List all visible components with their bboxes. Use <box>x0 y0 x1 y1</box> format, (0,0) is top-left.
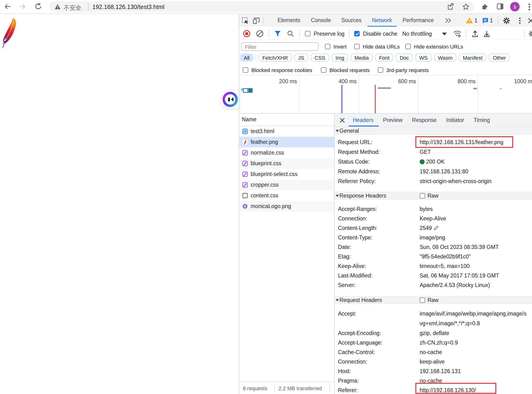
console-message-count[interactable]: 1 <box>490 18 493 23</box>
hide-extension-urls-checkbox[interactable] <box>405 44 411 49</box>
css-file-icon <box>242 161 248 166</box>
request-row-normalize.css[interactable]: normalize.css <box>239 147 334 158</box>
export-har-icon[interactable] <box>483 30 490 37</box>
filter-chip-all[interactable]: All <box>240 53 253 62</box>
import-har-icon[interactable] <box>472 30 479 37</box>
filter-chip-other[interactable]: Other <box>489 53 510 62</box>
back-icon[interactable] <box>4 3 12 10</box>
blocked-requests-checkbox[interactable] <box>321 67 326 73</box>
search-icon[interactable] <box>287 30 294 37</box>
raw-toggle-checkbox[interactable] <box>420 297 425 303</box>
devtools-tab-network[interactable]: Network <box>367 14 397 27</box>
raw-toggle-label[interactable]: Raw <box>427 296 438 304</box>
request-row-monicaLogo.png[interactable]: monicaLogo.png <box>239 201 334 212</box>
network-settings-gear-icon[interactable] <box>528 30 532 38</box>
close-detail-icon[interactable] <box>340 118 345 123</box>
bookmark-star-icon[interactable] <box>462 3 470 10</box>
detail-tab-response[interactable]: Response <box>407 114 442 126</box>
requests-table-header[interactable]: Name <box>239 114 334 126</box>
filter-chip-font[interactable]: Font <box>375 53 393 62</box>
throttling-dropdown-arrow-icon[interactable] <box>442 33 447 36</box>
clear-network-log-icon[interactable] <box>256 30 264 37</box>
filter-chip-media[interactable]: Media <box>351 53 372 62</box>
raw-toggle-label[interactable]: Raw <box>427 192 438 199</box>
request-row-test3.html[interactable]: test3.html <box>239 126 334 137</box>
filter-chip-fetch-xhr[interactable]: Fetch/XHR <box>259 53 292 62</box>
header-value: Sat, 06 May 2017 17:05:19 GMT <box>420 271 530 280</box>
filter-chip-ws[interactable]: WS <box>415 53 431 62</box>
section-header-response-headers[interactable]: Response HeadersRaw <box>335 192 532 199</box>
preserve-log-label[interactable]: Preserve log <box>314 31 344 37</box>
disclosure-triangle-icon[interactable] <box>336 195 339 197</box>
third-party-requests-checkbox[interactable] <box>378 67 383 73</box>
devtools-tab-sources[interactable]: Sources <box>336 14 367 27</box>
blocked-response-cookies-label[interactable]: Blocked response cookies <box>251 67 312 73</box>
blocked-requests-label[interactable]: Blocked requests <box>330 67 370 73</box>
hide-extension-urls-label[interactable]: Hide extension URLs <box>414 44 463 49</box>
section-header-general[interactable]: General <box>335 127 532 135</box>
share-icon[interactable] <box>447 3 454 10</box>
request-row-blueprint.css[interactable]: blueprint.css <box>239 158 334 169</box>
security-label[interactable]: 不安全 <box>64 4 81 12</box>
header-key: Referrer Policy: <box>338 176 376 186</box>
invert-checkbox[interactable] <box>325 44 330 49</box>
invert-label[interactable]: Invert <box>334 44 346 49</box>
filter-chip-manifest[interactable]: Manifest <box>459 53 486 62</box>
filter-chip-js[interactable]: JS <box>294 53 308 62</box>
name-column-header[interactable]: Name <box>242 116 334 123</box>
devtools-menu-icon[interactable] <box>519 17 521 24</box>
section-header-request-headers[interactable]: Request HeadersRaw <box>335 296 532 304</box>
hide-data-urls-checkbox[interactable] <box>354 44 360 49</box>
device-toolbar-icon[interactable] <box>253 17 260 24</box>
disclosure-triangle-icon[interactable] <box>336 130 339 132</box>
profile-avatar[interactable]: s <box>510 2 520 11</box>
side-panel-icon[interactable] <box>496 3 504 10</box>
request-row-cropper.css[interactable]: cropper.css <box>239 180 334 190</box>
throttling-select[interactable]: No throttling <box>402 31 432 37</box>
header-value: image/avif,image/webp,image/apng,image/s… <box>420 309 530 328</box>
filter-chip-doc[interactable]: Doc <box>396 53 413 62</box>
issues-warning-count[interactable]: 1 <box>474 18 478 23</box>
browser-menu-icon[interactable] <box>528 3 531 11</box>
filter-input[interactable]: Filter <box>241 42 319 51</box>
url-text[interactable]: 192.168.126.130/test3.html <box>92 4 165 10</box>
filter-chip-wasm[interactable]: Wasm <box>434 53 457 62</box>
extensions-puzzle-icon[interactable] <box>481 3 489 10</box>
disable-cache-label[interactable]: Disable cache <box>363 31 397 37</box>
detail-tab-initiator[interactable]: Initiator <box>441 114 469 126</box>
console-message-icon[interactable] <box>482 17 489 24</box>
devtools-left-border[interactable] <box>239 14 239 394</box>
network-conditions-icon[interactable] <box>453 30 462 38</box>
reload-icon[interactable] <box>34 2 42 10</box>
request-row-content.css[interactable]: content.css <box>239 190 334 201</box>
devtools-settings-gear-icon[interactable] <box>503 17 510 25</box>
not-secure-warning-icon[interactable] <box>54 3 61 10</box>
preserve-log-checkbox[interactable] <box>305 31 310 36</box>
third-party-requests-label[interactable]: 3rd-party requests <box>386 67 429 73</box>
record-network-log-icon[interactable] <box>243 30 250 37</box>
devtools-tab-elements[interactable]: Elements <box>272 14 306 27</box>
devtools-close-icon[interactable] <box>528 18 532 24</box>
disable-cache-checkbox[interactable] <box>354 31 360 36</box>
detail-tab-preview[interactable]: Preview <box>378 114 407 126</box>
request-row-feather.png[interactable]: feather.png <box>239 137 334 147</box>
request-row-blueprint-select.css[interactable]: blueprint-select.css <box>239 169 334 180</box>
forward-icon[interactable] <box>18 3 26 10</box>
filter-funnel-icon[interactable] <box>274 30 281 37</box>
blocked-response-cookies-checkbox[interactable] <box>243 67 248 73</box>
inspect-element-icon[interactable] <box>242 17 249 24</box>
raw-toggle-checkbox[interactable] <box>420 193 425 198</box>
filter-chip-img[interactable]: Img <box>332 53 348 62</box>
devtools-tab-console[interactable]: Console <box>306 14 336 27</box>
issues-warning-icon[interactable] <box>466 17 473 24</box>
devtools-tab-performance[interactable]: Performance <box>397 14 439 27</box>
hide-data-urls-label[interactable]: Hide data URLs <box>363 44 400 49</box>
assistant-logo-icon <box>222 92 238 107</box>
filter-chip-css[interactable]: CSS <box>311 53 329 62</box>
detail-tab-timing[interactable]: Timing <box>469 114 495 126</box>
detail-tab-headers[interactable]: Headers <box>348 114 378 126</box>
assistant-floating-button[interactable] <box>220 90 239 109</box>
disclosure-triangle-icon[interactable] <box>336 299 339 301</box>
more-tabs-icon[interactable] <box>445 18 453 23</box>
detail-tabs: HeadersPreviewResponseInitiatorTiming <box>348 114 495 126</box>
